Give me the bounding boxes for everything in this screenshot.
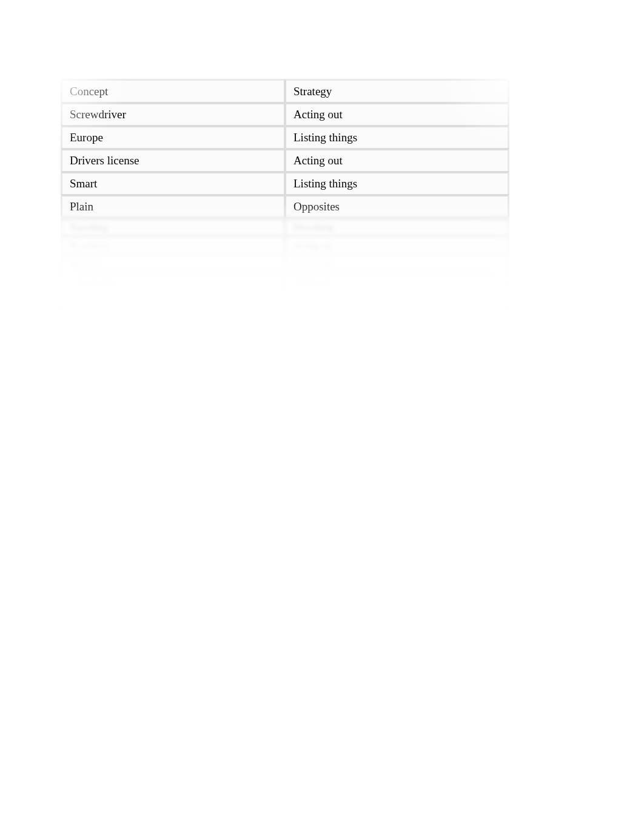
table-row-blurred: To achieve Acting out — [61, 235, 509, 253]
table-wrapper: Concept Strategy Screwdriver Acting out … — [61, 79, 509, 308]
table-header-row: Concept Strategy — [61, 79, 509, 102]
concept-cell: Smart — [61, 171, 285, 194]
strategy-cell: Acting out — [285, 148, 509, 171]
table-row: Smart Listing things — [61, 171, 509, 194]
strategy-cell-blurred: Acting out — [285, 290, 509, 308]
strategy-cell-blurred: Acting out — [285, 235, 509, 253]
table-row-blurred: Travelling Describing — [61, 217, 509, 235]
strategy-cell-blurred: Describing — [285, 217, 509, 235]
strategy-cell-blurred: Describing — [285, 253, 509, 272]
table-row: Drivers license Acting out — [61, 148, 509, 171]
strategy-cell: Listing things — [285, 171, 509, 194]
strategy-cell: Opposites — [285, 194, 509, 217]
concept-strategy-table: Concept Strategy Screwdriver Acting out … — [61, 79, 509, 308]
concept-cell: Screwdriver — [61, 102, 285, 125]
concept-cell-blurred: Travelling — [61, 217, 285, 235]
concept-cell: Europe — [61, 125, 285, 148]
table-row: Europe Listing things — [61, 125, 509, 148]
table-row-blurred: Loss of taste Acting out — [61, 272, 509, 290]
strategy-cell: Listing things — [285, 125, 509, 148]
concept-cell: Plain — [61, 194, 285, 217]
concept-cell: Drivers license — [61, 148, 285, 171]
concept-cell-blurred: To achieve — [61, 235, 285, 253]
header-concept: Concept — [61, 79, 285, 102]
concept-cell-blurred: Beyond — [61, 253, 285, 272]
table-frame: Concept Strategy Screwdriver Acting out … — [61, 79, 509, 308]
table-row: Plain Opposites — [61, 194, 509, 217]
concept-cell-blurred: Loss of taste — [61, 272, 285, 290]
header-strategy: Strategy — [285, 79, 509, 102]
concept-cell-blurred: Silver — [61, 290, 285, 308]
table-row-blurred: Beyond Describing — [61, 253, 509, 272]
table-row-blurred: Silver Acting out — [61, 290, 509, 308]
table-row: Screwdriver Acting out — [61, 102, 509, 125]
strategy-cell-blurred: Acting out — [285, 272, 509, 290]
strategy-cell: Acting out — [285, 102, 509, 125]
